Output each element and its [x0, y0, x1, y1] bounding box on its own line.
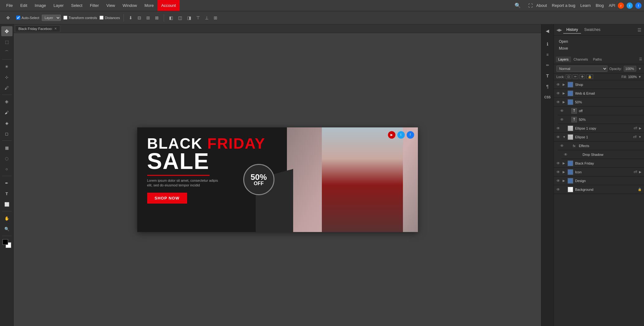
distribute-top-button[interactable]: ⊤: [195, 15, 201, 21]
youtube-icon[interactable]: ▶: [388, 131, 395, 139]
selection-tool[interactable]: ⬚: [1, 37, 12, 47]
layer-item-ellipse1[interactable]: 👁 ▼ Ellipse 1 eff ▼: [554, 133, 644, 141]
opacity-value[interactable]: 100%: [624, 66, 636, 72]
layer-eff-arrow-ellipse1copy[interactable]: ▶: [639, 126, 642, 130]
layer-item-web-email[interactable]: 👁 ▶ Web & Email: [554, 89, 644, 98]
history-item-open[interactable]: Open: [554, 38, 644, 45]
distribute-right-button[interactable]: ◨: [186, 15, 192, 21]
eyedropper-tool[interactable]: 🖊: [1, 83, 12, 93]
swatches-tab[interactable]: Swatches: [581, 26, 603, 34]
dodge-tool[interactable]: ○: [1, 164, 12, 174]
healing-tool[interactable]: ✙: [1, 97, 12, 107]
distances-checkbox[interactable]: Distances: [99, 16, 120, 20]
visibility-icon[interactable]: 👁: [560, 109, 564, 113]
canvas-area[interactable]: Black Friday Faceboo: ✕ BLACK FRIDAY SAL…: [14, 24, 541, 326]
layer-item-shop[interactable]: 👁 ▶ Shop: [554, 80, 644, 89]
twitter-social-icon[interactable]: t: [397, 131, 405, 139]
blur-tool[interactable]: ◌: [1, 153, 12, 163]
magic-wand-tool[interactable]: ✳: [1, 62, 12, 72]
expand-icon[interactable]: ▶: [563, 179, 566, 182]
lock-image-button[interactable]: ✏: [573, 74, 578, 79]
gradient-tool[interactable]: ▦: [1, 143, 12, 153]
shop-now-button[interactable]: SHOP NOW: [147, 193, 187, 204]
menu-account[interactable]: Account: [157, 0, 180, 11]
twitter-icon[interactable]: t: [627, 2, 633, 9]
layer-item-off[interactable]: 👁 ▶ T off: [558, 106, 644, 115]
opacity-arrow[interactable]: ▼: [638, 67, 642, 71]
menu-file[interactable]: File: [2, 0, 17, 11]
paragraph-panel-button[interactable]: ¶: [543, 82, 553, 91]
color-swatches[interactable]: [2, 239, 11, 248]
visibility-icon[interactable]: 👁: [556, 161, 561, 165]
distribute-left-button[interactable]: ◧: [168, 15, 174, 21]
layers-tab-layers[interactable]: Layers: [556, 57, 571, 62]
blend-mode-select[interactable]: Normal: [556, 66, 608, 72]
blog-link[interactable]: Blog: [596, 3, 604, 8]
hand-tool[interactable]: ✋: [1, 213, 12, 223]
visibility-icon[interactable]: 👁: [560, 117, 564, 122]
visibility-icon[interactable]: 👁: [556, 126, 561, 131]
layer-item-dropshadow[interactable]: 👁 ▶ Drop Shadow: [561, 150, 644, 159]
layers-panel-menu-button[interactable]: ☰: [639, 57, 642, 61]
align-download-button[interactable]: ⬇: [128, 15, 134, 21]
lock-transparent-button[interactable]: ⊡: [566, 74, 571, 79]
facebook-icon[interactable]: f: [635, 2, 642, 9]
menu-edit[interactable]: Edit: [17, 0, 31, 11]
layers-tab-channels[interactable]: Channels: [571, 57, 590, 62]
brush-panel-button[interactable]: ✏: [543, 61, 553, 70]
lock-all-button[interactable]: 🔒: [586, 74, 593, 79]
pen-tool[interactable]: ✒: [1, 178, 12, 188]
layers-tab-paths[interactable]: Paths: [591, 57, 604, 62]
info-panel-button[interactable]: ℹ: [543, 39, 553, 49]
shape-tool[interactable]: ⬜: [1, 199, 12, 209]
expand-icon[interactable]: ▶: [563, 161, 566, 165]
properties-panel-button[interactable]: ≡: [543, 50, 553, 59]
menu-select[interactable]: Select: [67, 0, 86, 11]
auto-select-checkbox[interactable]: Auto-Select: [16, 16, 39, 20]
layer-item-design[interactable]: 👁 ▶ Design: [554, 176, 644, 185]
auto-select-mode[interactable]: Layer Group: [42, 15, 61, 21]
visibility-icon[interactable]: 👁: [556, 187, 561, 192]
visibility-icon[interactable]: 👁: [556, 135, 561, 139]
layer-eff-arrow-ellipse1[interactable]: ▼: [638, 135, 642, 139]
layer-item-ellipse1copy[interactable]: 👁 ▶ Ellipse 1 copy eff ▶: [554, 124, 644, 133]
layer-item-effects[interactable]: 👁 ▶ fx Effects: [558, 141, 644, 150]
expand-icon[interactable]: ▶: [563, 83, 566, 86]
reddit-icon[interactable]: r: [618, 2, 624, 9]
fill-value[interactable]: 100%: [628, 75, 637, 79]
history-tab[interactable]: History: [563, 26, 581, 34]
layer-item-icon[interactable]: 👁 ▶ Icon eff ▶: [554, 168, 644, 176]
align-spread-button[interactable]: ⊠: [154, 15, 160, 21]
fullscreen-icon[interactable]: ⛶: [525, 0, 536, 11]
tab-close-button[interactable]: ✕: [54, 27, 57, 30]
menu-more[interactable]: More: [141, 0, 157, 11]
api-link[interactable]: API: [609, 3, 615, 8]
about-link[interactable]: About: [536, 3, 547, 8]
layer-item-50pct-folder[interactable]: 👁 ▶ 50%: [554, 98, 644, 106]
menu-window[interactable]: Window: [119, 0, 141, 11]
css-panel-button[interactable]: CSS: [543, 92, 553, 102]
document-tab[interactable]: Black Friday Faceboo: ✕: [15, 25, 60, 32]
expand-icon[interactable]: ▶: [563, 170, 566, 174]
learn-link[interactable]: Learn: [580, 3, 591, 8]
visibility-icon[interactable]: 👁: [556, 179, 561, 183]
menu-filter[interactable]: Filter: [86, 0, 103, 11]
expand-icon[interactable]: ▶: [563, 100, 566, 104]
move-tool-button[interactable]: ✥: [2, 13, 14, 23]
lock-position-button[interactable]: ✙: [579, 74, 585, 79]
expand-icon[interactable]: ▶: [563, 91, 566, 95]
history-item-move[interactable]: Move: [554, 45, 644, 52]
transform-controls-checkbox[interactable]: Transform controls: [63, 16, 97, 20]
menu-view[interactable]: View: [103, 0, 119, 11]
visibility-icon[interactable]: 👁: [556, 170, 561, 174]
eraser-tool[interactable]: ◻: [1, 129, 12, 139]
move-tool[interactable]: ✥: [1, 26, 12, 36]
collapse-arrow[interactable]: ◀▶: [556, 28, 562, 32]
type-panel-button[interactable]: T: [543, 71, 553, 81]
zoom-tool[interactable]: 🔍: [1, 224, 12, 234]
crop-tool[interactable]: ⊹: [1, 72, 12, 82]
visibility-icon[interactable]: 👁: [560, 144, 564, 148]
clone-tool[interactable]: ◈: [1, 118, 12, 128]
visibility-icon[interactable]: 👁: [556, 100, 561, 104]
lasso-tool[interactable]: ⌒: [1, 47, 12, 57]
